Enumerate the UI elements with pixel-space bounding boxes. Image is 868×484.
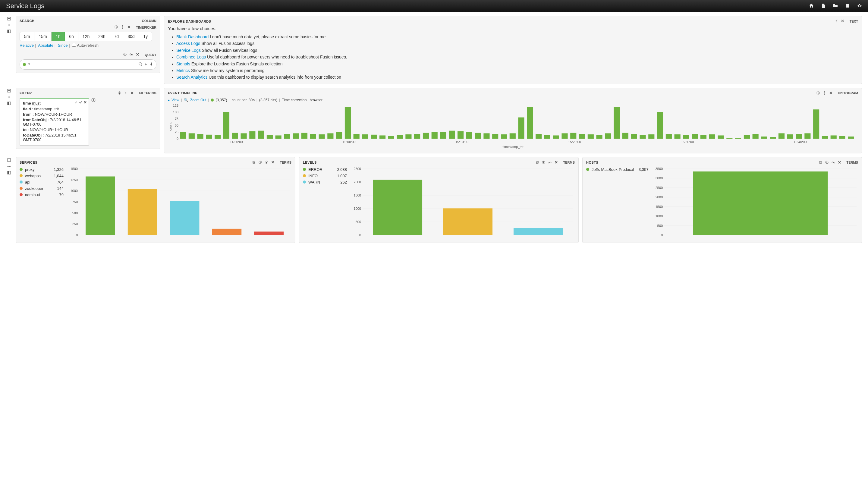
- svg-rect-86: [622, 132, 628, 138]
- legend-item[interactable]: Jeffs-MacBook-Pro.local3,357: [586, 167, 649, 172]
- timepicker-1y[interactable]: 1y: [139, 32, 153, 41]
- info-icon[interactable]: [816, 91, 820, 95]
- legend-item[interactable]: webapps1,044: [20, 174, 64, 178]
- export-icon[interactable]: [819, 160, 822, 165]
- gear-icon[interactable]: [548, 160, 552, 165]
- svg-rect-54: [345, 107, 351, 139]
- close-icon[interactable]: [136, 53, 139, 57]
- explore-item: Combined Logs Useful dashboard for power…: [176, 54, 858, 60]
- timepicker-1h[interactable]: 1h: [52, 32, 65, 41]
- info-icon[interactable]: [258, 160, 262, 165]
- collapse-icon[interactable]: [7, 158, 11, 163]
- remove-icon[interactable]: [84, 100, 87, 105]
- explore-item: Signals Explore the Lucidworks Fusion Si…: [176, 61, 858, 67]
- explore-link[interactable]: Combined Logs: [176, 55, 206, 59]
- svg-point-129: [266, 161, 267, 163]
- svg-text:250: 250: [72, 222, 78, 226]
- collapse-icon[interactable]: [7, 89, 11, 93]
- gear-icon[interactable]: [835, 19, 838, 24]
- export-icon[interactable]: [535, 160, 539, 165]
- gear-icon[interactable]: [130, 53, 133, 57]
- svg-rect-10: [125, 54, 125, 56]
- levels-chart[interactable]: 05001000150020002500: [350, 167, 575, 240]
- save-icon[interactable]: [845, 3, 850, 9]
- legend-item[interactable]: proxy1,326: [20, 167, 64, 172]
- legend-value: 1,007: [335, 174, 347, 178]
- export-icon[interactable]: [252, 160, 255, 165]
- svg-rect-59: [388, 136, 394, 139]
- new-icon[interactable]: [821, 3, 826, 9]
- info-icon[interactable]: [825, 160, 829, 165]
- explore-link[interactable]: Metrics: [176, 68, 190, 73]
- collapse-icon[interactable]: [7, 17, 11, 21]
- timepicker-24h[interactable]: 24h: [94, 32, 110, 41]
- add-panel-icon[interactable]: [7, 101, 11, 106]
- zoom-out-link[interactable]: Zoom Out: [190, 98, 206, 102]
- close-icon[interactable]: [271, 160, 275, 165]
- view-link[interactable]: View: [172, 98, 179, 102]
- settings-icon[interactable]: [857, 3, 862, 9]
- explore-title: EXPLORE DASHBOARDS: [168, 20, 211, 23]
- relative-link[interactable]: Relative: [20, 43, 34, 48]
- explore-link[interactable]: Blank Dashboard: [176, 34, 209, 39]
- info-icon[interactable]: [123, 53, 127, 57]
- add-panel-icon[interactable]: [7, 30, 11, 34]
- hosts-chart[interactable]: 0500100015002000250030003500: [652, 167, 858, 240]
- info-icon[interactable]: [115, 25, 118, 30]
- svg-text:2000: 2000: [655, 195, 662, 199]
- close-icon[interactable]: [841, 19, 844, 24]
- legend-item[interactable]: WARN262: [303, 180, 347, 184]
- gear-icon[interactable]: [121, 25, 124, 30]
- add-filter-icon[interactable]: [91, 98, 96, 103]
- explore-link[interactable]: Signals: [176, 61, 190, 66]
- gear-icon[interactable]: [7, 164, 11, 169]
- explore-link[interactable]: Service Logs: [176, 48, 201, 53]
- gear-icon[interactable]: [7, 23, 11, 28]
- toggle-icon[interactable]: [79, 100, 82, 105]
- legend-item[interactable]: zookeeper144: [20, 186, 64, 191]
- close-icon[interactable]: [127, 25, 130, 30]
- since-link[interactable]: Since: [58, 43, 68, 48]
- query-tag: QUERY: [145, 53, 156, 57]
- explore-desc: Show all Fusion services logs: [201, 48, 257, 53]
- info-icon[interactable]: [542, 160, 545, 165]
- timepicker-5m[interactable]: 5m: [20, 32, 34, 41]
- edit-icon[interactable]: [74, 100, 78, 105]
- explore-link[interactable]: Search Analytics: [176, 75, 208, 80]
- absolute-link[interactable]: Absolute: [38, 43, 53, 48]
- timeline-chart[interactable]: 025507510012514:50:0015:00:0015:10:0015:…: [168, 104, 858, 149]
- close-icon[interactable]: [838, 160, 841, 165]
- info-icon[interactable]: [118, 91, 121, 95]
- svg-rect-79: [561, 133, 567, 139]
- legend-item[interactable]: api764: [20, 180, 64, 184]
- gear-icon[interactable]: [7, 95, 11, 100]
- svg-rect-66: [449, 130, 455, 138]
- timepicker-12h[interactable]: 12h: [79, 32, 94, 41]
- timepicker-15m[interactable]: 15m: [34, 32, 51, 41]
- legend-item[interactable]: ERROR2,088: [303, 167, 347, 172]
- gear-icon[interactable]: [265, 160, 268, 165]
- timepicker-30d[interactable]: 30d: [123, 32, 139, 41]
- svg-text:1500: 1500: [70, 167, 78, 171]
- timepicker-6h[interactable]: 6h: [65, 32, 79, 41]
- gear-icon[interactable]: [124, 91, 127, 95]
- close-icon[interactable]: [829, 91, 832, 95]
- close-icon[interactable]: [130, 91, 134, 95]
- services-chart[interactable]: 0250500750100012501500: [67, 167, 291, 240]
- explore-link[interactable]: Access Logs: [176, 41, 200, 46]
- home-icon[interactable]: [809, 3, 814, 9]
- legend-item[interactable]: INFO1,007: [303, 174, 347, 178]
- open-icon[interactable]: [833, 3, 838, 9]
- query-input[interactable]: [26, 61, 138, 68]
- legend-item[interactable]: admin-ui79: [20, 192, 64, 197]
- pin-icon[interactable]: [150, 62, 153, 67]
- add-query-icon[interactable]: [144, 62, 148, 67]
- timepicker-7d[interactable]: 7d: [110, 32, 124, 41]
- autorefresh-checkbox[interactable]: [72, 43, 76, 47]
- gear-icon[interactable]: [832, 160, 835, 165]
- add-panel-icon[interactable]: [7, 171, 11, 175]
- svg-rect-65: [440, 132, 446, 139]
- close-icon[interactable]: [555, 160, 558, 165]
- gear-icon[interactable]: [823, 91, 826, 95]
- search-icon[interactable]: [138, 62, 142, 67]
